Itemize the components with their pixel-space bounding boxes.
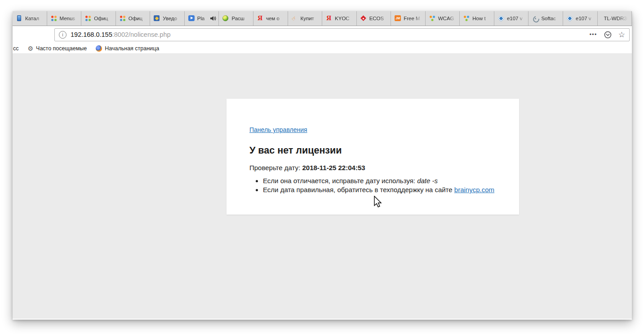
tab-label: TL-WDR36 [604,16,630,21]
tab-catalog[interactable]: Катал [13,11,47,26]
bookmark-home-page[interactable]: Начальная страница [96,45,159,52]
info-icon[interactable]: i [59,31,67,39]
check-date-label: Проверьте дату: [249,164,300,171]
tab-label: Расш [231,16,251,21]
url-bar[interactable]: i 192.168.0.155:8002/nolicense.php ••• ☆ [54,28,630,41]
tab-notifications[interactable]: Уведо [150,11,185,26]
date-value: 2018-11-25 22:04:53 [302,164,365,171]
tab-extensions[interactable]: Расш [219,11,253,26]
yandex-icon [325,15,333,22]
bookmark-truncated[interactable]: сс [13,45,19,52]
tab-label: ECOS [369,16,389,21]
hint-item-support: Если дата правильная, обратитесь в техпо… [263,186,497,193]
tab-label: чем о [266,16,285,21]
tab-label: Menus [60,16,79,21]
hint-list: Если она отличается, исправьте дату испо… [249,177,497,193]
tab-label: Уведо [163,16,182,21]
url-host: 192.168.0.155 [71,31,112,38]
tab-player[interactable]: Pla [185,11,219,26]
bookmark-label: Часто посещаемые [36,45,87,52]
joomla-icon [84,15,92,22]
joomla-monster-icon [394,15,401,22]
license-error-card: Панель управления У вас нет лицензии Про… [227,99,519,215]
url-path: :8002/nolicense.php [112,31,171,38]
bookmark-label: Начальная страница [105,45,159,52]
e107-icon [497,15,505,22]
tab-label: Офиц [129,16,148,21]
control-panel-link[interactable]: Панель управления [249,126,307,133]
catalog-icon [16,15,23,22]
tab-kyocera[interactable]: KYOC [322,11,357,26]
wcag-circles-icon [429,15,436,22]
yandex-icon [257,15,264,22]
tab-router[interactable]: TL-WDR36 [598,11,632,26]
tab-label: KYOC [335,16,354,21]
tab-e107-1[interactable]: e107 v [494,11,529,26]
bookmark-label: сс [13,45,19,52]
tab-label: How t [472,16,492,21]
tab-yandex-1[interactable]: чем о [253,11,288,26]
e107-icon [566,15,573,22]
hand-pointer-icon [291,15,298,22]
tab-label: e107 v [507,16,526,21]
tab-label: Катал [25,16,44,21]
tab-menus[interactable]: Menus [47,11,82,26]
tab-strip: Катал Menus Офиц Офиц Уведо Pla [13,11,632,26]
wcag-circles-icon [463,15,470,22]
tab-softaculous[interactable]: Softac [529,11,563,26]
pocket-icon[interactable] [604,31,612,39]
softaculous-icon [532,15,539,22]
firefox-icon [96,45,102,52]
bookmarks-bar: сс ⚙ Часто посещаемые Начальная страница [13,43,632,54]
hint-item-fix-date: Если она отличается, исправьте дату испо… [263,177,497,185]
navigation-toolbar: i 192.168.0.155:8002/nolicense.php ••• ☆ [13,26,632,43]
tab-label: Free M [404,16,423,21]
tab-audio-speaker-icon[interactable] [210,16,216,21]
gear-icon: ⚙ [28,45,34,52]
tab-how-to[interactable]: How t [460,11,494,26]
tab-ecosys[interactable]: ECOS [357,11,391,26]
tab-label: e107 v [576,16,595,21]
check-date-line: Проверьте дату: 2018-11-25 22:04:53 [249,164,497,171]
page-viewport: Панель управления У вас нет лицензии Про… [13,54,632,319]
tab-label: Softac [541,16,560,21]
browser-window: Катал Menus Офиц Офиц Уведо Pla [13,11,632,320]
brainycp-link[interactable]: brainycp.com [454,186,494,193]
tab-official-2[interactable]: Офиц [116,11,151,26]
page-title: У вас нет лицензии [249,145,497,156]
extension-icon [222,15,229,22]
joomla-icon [119,15,126,22]
ecosys-icon [360,15,367,22]
tab-buy[interactable]: Купит [288,11,323,26]
joomla-icon [50,15,58,22]
date-command: date -s [417,177,438,185]
tab-wcag[interactable]: WCAG [426,11,460,26]
bookmark-most-visited[interactable]: ⚙ Часто посещаемые [28,45,87,52]
tab-e107-2[interactable]: e107 v [563,11,598,26]
no-icon [601,15,602,22]
tab-label: Купит [301,16,320,21]
tab-official-1[interactable]: Офиц [81,11,116,26]
tab-label: WCAG [438,16,457,21]
notification-icon [153,15,160,22]
tab-label: Pla [197,16,208,21]
tab-label: Офиц [94,16,113,21]
bookmark-star-icon[interactable]: ☆ [618,31,625,39]
page-actions-dots-icon[interactable]: ••• [590,31,597,38]
tab-free-m[interactable]: Free M [391,11,426,26]
play-video-icon [188,15,195,22]
